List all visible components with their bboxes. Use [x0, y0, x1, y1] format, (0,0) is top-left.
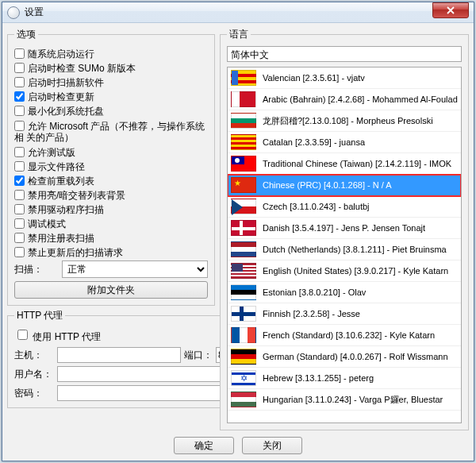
language-item[interactable]: Hungarian [3.11.0.243] - Varga P鑼er, Blu… [228, 389, 461, 411]
footer: 确定 关闭 [7, 434, 469, 456]
left-column: 选项 随系统启动运行启动时检查 SUMo 新版本启动时扫描新软件启动时检查更新最… [7, 28, 215, 430]
ok-button[interactable]: 确定 [174, 437, 234, 454]
option-checkbox[interactable] [14, 77, 25, 87]
language-item[interactable]: Finnish [2.3.2.58] - Jesse [228, 303, 461, 325]
language-label: Finnish [2.3.2.58] - Jesse [263, 309, 360, 318]
option-item[interactable]: 启动时检查更新 [14, 91, 208, 103]
titlebar: 设置 [2, 2, 474, 23]
option-item[interactable]: 最小化到系统托盘 [14, 105, 208, 118]
close-button[interactable]: 关闭 [242, 437, 302, 454]
host-input[interactable] [57, 347, 181, 363]
option-checkbox[interactable] [14, 161, 25, 172]
language-label: Valencian [2.3.5.61] - vjatv [263, 73, 365, 83]
option-item[interactable]: 显示文件路径 [14, 160, 208, 173]
language-item[interactable]: German (Standard) [4.0.0.267] - Rolf Wis… [228, 346, 461, 368]
option-label: 启动时扫描新软件 [28, 77, 104, 88]
option-checkbox[interactable] [14, 204, 25, 214]
bulgaria-flag-icon [231, 113, 256, 129]
valencian-flag-icon [231, 70, 256, 86]
client-area: 选项 随系统启动运行启动时检查 SUMo 新版本启动时扫描新软件启动时检查更新最… [2, 23, 474, 461]
close-icon [447, 6, 455, 14]
language-item[interactable]: Valencian [2.3.5.61] - vjatv [228, 68, 461, 89]
app-icon [7, 6, 20, 19]
language-group: 语言 简体中文 Valencian [2.3.5.61] - vjatvArab… [220, 28, 469, 430]
language-label: Arabic (Bahrain) [2.4.2.68] - Mohammed A… [263, 95, 458, 104]
language-item[interactable]: Hebrew [3.13.1.255] - peterg [228, 368, 461, 389]
language-item[interactable]: 龙胖囧稽?[2.13.0.108] - Morpheus Presolski [228, 110, 461, 132]
language-item[interactable]: English (United States) [3.9.0.217] - Ky… [228, 260, 461, 282]
option-checkbox[interactable] [14, 218, 25, 229]
option-item[interactable]: 禁用注册表扫描 [14, 232, 208, 245]
host-label: 主机： [14, 349, 54, 362]
language-legend: 语言 [227, 28, 251, 41]
option-checkbox[interactable] [14, 247, 25, 257]
language-label: Hungarian [3.11.0.243] - Varga P鑼er, Blu… [263, 394, 443, 406]
denmark-flag-icon [231, 220, 256, 236]
current-language[interactable]: 简体中文 [227, 46, 462, 62]
language-label: German (Standard) [4.0.0.267] - Rolf Wis… [263, 352, 448, 361]
attach-folder-button[interactable]: 附加文件夹 [14, 281, 208, 299]
option-checkbox[interactable] [14, 106, 25, 116]
use-proxy-checkbox[interactable] [17, 330, 28, 340]
option-checkbox[interactable] [14, 91, 25, 102]
prc-flag-icon [231, 177, 256, 193]
option-item[interactable]: 调试模式 [14, 218, 208, 230]
language-label: Czech [3.11.0.243] - balutbj [263, 202, 370, 211]
options-legend: 选项 [14, 28, 38, 41]
netherlands-flag-icon [231, 241, 256, 257]
option-label: 禁用驱动程序扫描 [28, 204, 104, 215]
language-list[interactable]: Valencian [2.3.5.61] - vjatvArabic (Bahr… [227, 67, 462, 423]
option-checkbox[interactable] [14, 121, 25, 131]
scan-row: 扫描： 正常 [14, 260, 208, 278]
option-item[interactable]: 禁用驱动程序扫描 [14, 203, 208, 216]
columns: 选项 随系统启动运行启动时检查 SUMo 新版本启动时扫描新软件启动时检查更新最… [7, 28, 469, 430]
options-group: 选项 随系统启动运行启动时检查 SUMo 新版本启动时扫描新软件启动时检查更新最… [7, 28, 215, 306]
option-label: 显示文件路径 [28, 161, 85, 172]
catalan-flag-icon [231, 134, 256, 150]
language-label: Chinese (PRC) [4.0.1.268] - N / A [263, 180, 392, 190]
language-item[interactable]: Dutch (Netherlands) [3.8.1.211] - Piet B… [228, 239, 461, 260]
germany-flag-icon [231, 349, 256, 365]
language-item[interactable]: Catalan [2.3.3.59] - juansa [228, 132, 461, 153]
option-checkbox[interactable] [14, 63, 25, 73]
language-label: Dutch (Netherlands) [3.8.1.211] - Piet B… [263, 245, 447, 254]
option-item[interactable]: 随系统启动运行 [14, 48, 208, 60]
france-flag-icon [231, 327, 256, 343]
option-checkbox[interactable] [14, 147, 25, 157]
language-item[interactable]: Arabic (Bahrain) [2.4.2.68] - Mohammed A… [228, 89, 461, 110]
option-item[interactable]: 允许 Microsoft 产品（不推荐，与操作系统相 关的产品） [14, 119, 208, 145]
option-label: 允许 Microsoft 产品（不推荐，与操作系统相 关的产品） [14, 121, 205, 143]
option-item[interactable]: 检查前重载列表 [14, 175, 208, 187]
option-checkbox[interactable] [14, 176, 25, 186]
language-label: Hebrew [3.13.1.255] - peterg [263, 373, 374, 383]
scan-mode-select[interactable]: 正常 [62, 260, 208, 278]
language-label: Catalan [2.3.3.59] - juansa [263, 137, 365, 147]
use-proxy-check[interactable]: 使用 HTTP 代理 [14, 327, 251, 344]
israel-flag-icon [231, 370, 256, 386]
option-item[interactable]: 启动时扫描新软件 [14, 76, 208, 89]
option-item[interactable]: 禁止更新后的扫描请求 [14, 246, 208, 259]
finland-flag-icon [231, 306, 256, 322]
language-item[interactable]: Danish [3.5.4.197] - Jens P. Jensen Tona… [228, 218, 461, 239]
option-item[interactable]: 禁用亮/暗交替列表背景 [14, 189, 208, 202]
czech-flag-icon [231, 199, 256, 214]
option-checkbox[interactable] [14, 233, 25, 243]
scan-label: 扫描： [14, 263, 62, 276]
option-item[interactable]: 允许测试版 [14, 146, 208, 159]
language-item[interactable]: French (Standard) [3.10.6.232] - Kyle Ka… [228, 325, 461, 346]
pass-label: 密码： [14, 387, 54, 400]
option-checkbox[interactable] [14, 190, 25, 200]
option-label: 随系统启动运行 [28, 48, 94, 60]
language-item[interactable]: Traditional Chinese (Taiwan) [2.14.2.119… [228, 153, 461, 175]
proxy-grid: 主机： 端口： 用户名： 密码： [14, 347, 251, 401]
language-label: Traditional Chinese (Taiwan) [2.14.2.119… [263, 159, 451, 168]
language-item[interactable]: Chinese (PRC) [4.0.1.268] - N / A [228, 175, 461, 196]
usa-flag-icon [231, 263, 256, 279]
language-item[interactable]: Czech [3.11.0.243] - balutbj [228, 196, 461, 218]
close-window-button[interactable] [432, 2, 469, 18]
language-item[interactable]: Estonian [3.8.0.210] - Olav [228, 282, 461, 303]
option-item[interactable]: 启动时检查 SUMo 新版本 [14, 62, 208, 75]
window-title: 设置 [25, 6, 474, 19]
option-label: 允许测试版 [28, 147, 75, 158]
option-checkbox[interactable] [14, 48, 25, 59]
